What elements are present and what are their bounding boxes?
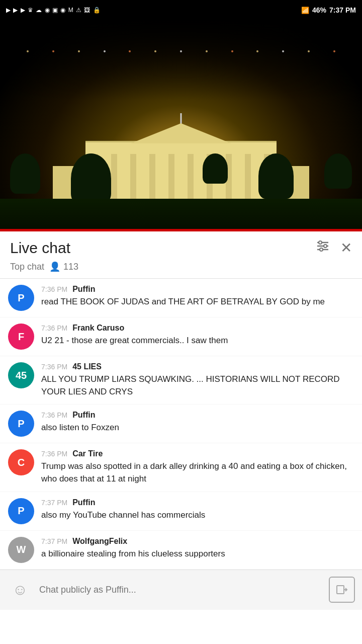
status-icons-left: ▶ ▶ ▶ ♛ ☁ ◉ ▣ ◉ M ⚠ 🖼 🔒 — [6, 7, 101, 14]
message-author: WolfgangFelix — [72, 537, 127, 546]
battery-percent: 46% — [312, 6, 326, 14]
message-author: 45 LIES — [72, 362, 102, 371]
avatar: F — [8, 324, 34, 350]
wifi-icon: 📶 — [301, 7, 309, 14]
message-time: 7:37 PM — [41, 499, 67, 507]
avatar: C — [8, 449, 34, 475]
svg-point-4 — [324, 245, 327, 248]
message-time: 7:36 PM — [41, 411, 67, 419]
chat-header: Live chat ✕ Top chat 👤 113 — [0, 231, 362, 279]
emoji-button[interactable]: ☺ — [7, 577, 33, 603]
message-time: 7:36 PM — [41, 324, 67, 332]
clock: 7:37 PM — [329, 6, 356, 14]
list-item: 45 7:36 PM 45 LIES ALL YOU TRUMP LIARS S… — [0, 356, 362, 405]
message-text: ALL YOU TRUMP LIARS SQUAWKING. ... HISTO… — [41, 373, 354, 398]
person-icon: 👤 — [49, 261, 60, 272]
close-icon[interactable]: ✕ — [340, 239, 352, 256]
message-author: Puffin — [72, 498, 95, 507]
avatar: P — [8, 411, 34, 437]
viewer-number: 113 — [63, 262, 78, 272]
message-author: Car Tire — [72, 449, 103, 458]
message-text: Trump was also spotted in a dark alley d… — [41, 460, 354, 485]
message-author: Puffin — [72, 411, 95, 420]
chat-input-bar: ☺ — [0, 570, 362, 610]
chat-input[interactable] — [39, 585, 323, 595]
message-text: U2 21 - those are great commercials.. I … — [41, 335, 354, 347]
message-content: 7:36 PM Frank Caruso U2 21 - those are g… — [41, 324, 354, 347]
message-content: 7:36 PM Puffin read THE BOOK OF JUDAS an… — [41, 285, 354, 308]
avatar: W — [8, 537, 34, 563]
svg-point-3 — [319, 241, 322, 244]
message-content: 7:37 PM WolfgangFelix a billionaire stea… — [41, 537, 354, 560]
message-content: 7:36 PM Car Tire Trump was also spotted … — [41, 449, 354, 485]
message-content: 7:37 PM Puffin also my YouTube channel h… — [41, 498, 354, 522]
avatar: 45 — [8, 362, 34, 388]
video-player[interactable] — [0, 20, 362, 231]
message-content: 7:36 PM 45 LIES ALL YOU TRUMP LIARS SQUA… — [41, 362, 354, 398]
message-time: 7:36 PM — [41, 450, 67, 458]
list-item: W 7:37 PM WolfgangFelix a billionaire st… — [0, 531, 362, 570]
list-item: C 7:36 PM Car Tire Trump was also spotte… — [0, 443, 362, 492]
filter-icon[interactable] — [315, 238, 330, 257]
list-item: P 7:37 PM Puffin also my YouTube channel… — [0, 492, 362, 531]
message-time: 7:37 PM — [41, 537, 67, 545]
video-progress-bar[interactable] — [0, 229, 362, 231]
notification-icons: ▶ ▶ ▶ ♛ ☁ ◉ ▣ ◉ M ⚠ 🖼 🔒 — [6, 7, 101, 14]
message-author: Puffin — [72, 285, 95, 294]
message-text: also listen to Foxzen — [41, 422, 354, 434]
list-item: P 7:36 PM Puffin also listen to Foxzen — [0, 405, 362, 443]
message-text: a billionaire stealing from his clueless… — [41, 548, 354, 560]
message-author: Frank Caruso — [72, 324, 124, 333]
status-bar: ▶ ▶ ▶ ♛ ☁ ◉ ▣ ◉ M ⚠ 🖼 🔒 📶 46% 7:37 PM — [0, 0, 362, 20]
top-chat-label: Top chat — [10, 262, 44, 272]
viewer-count: 👤 113 — [49, 261, 78, 272]
message-time: 7:36 PM — [41, 363, 67, 371]
svg-rect-6 — [337, 586, 344, 594]
message-text: also my YouTube channel has commercials — [41, 509, 354, 522]
message-text: read THE BOOK OF JUDAS and THE ART OF BE… — [41, 296, 354, 308]
svg-point-5 — [320, 248, 323, 251]
send-button[interactable] — [329, 577, 355, 603]
list-item: F 7:36 PM Frank Caruso U2 21 - those are… — [0, 317, 362, 356]
avatar: P — [8, 498, 34, 524]
avatar: P — [8, 285, 34, 311]
status-right: 📶 46% 7:37 PM — [301, 6, 356, 14]
list-item: P 7:36 PM Puffin read THE BOOK OF JUDAS … — [0, 279, 362, 317]
chat-messages: P 7:36 PM Puffin read THE BOOK OF JUDAS … — [0, 279, 362, 570]
message-content: 7:36 PM Puffin also listen to Foxzen — [41, 411, 354, 434]
message-time: 7:36 PM — [41, 285, 67, 293]
chat-title: Live chat — [10, 239, 70, 257]
